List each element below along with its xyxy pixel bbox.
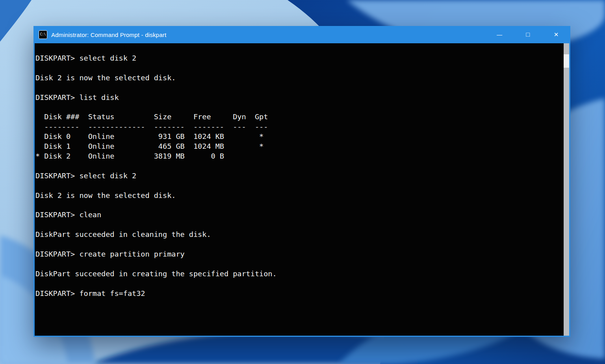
titlebar[interactable]: C:\ Administrator: Command Prompt - disk… <box>33 26 570 43</box>
close-button[interactable]: ✕ <box>542 26 570 43</box>
disk-table-row: Disk 1 Online 465 GB 1024 MB * <box>35 142 557 152</box>
window-controls: — □ ✕ <box>485 26 570 43</box>
terminal-line <box>35 259 557 269</box>
terminal-line: DiskPart succeeded in creating the speci… <box>35 269 557 279</box>
terminal-line: DISKPART> format fs=fat32 <box>35 289 557 299</box>
terminal-line: DISKPART> list disk <box>35 93 557 103</box>
terminal-line: DISKPART> create partition primary <box>35 249 557 259</box>
disk-table-header: Disk ### Status Size Free Dyn Gpt <box>35 112 557 122</box>
maximize-button[interactable]: □ <box>514 26 542 43</box>
terminal-line <box>35 240 557 249</box>
terminal-output[interactable]: DISKPART> select disk 2 Disk 2 is now th… <box>33 43 570 337</box>
terminal-line: Disk 2 is now the selected disk. <box>35 73 557 83</box>
disk-table-row: Disk 0 Online 931 GB 1024 KB * <box>35 132 557 142</box>
terminal-line: DISKPART> clean <box>35 210 557 220</box>
cmd-icon[interactable]: C:\ <box>39 30 47 39</box>
terminal-line <box>35 103 557 113</box>
terminal-line: Disk 2 is now the selected disk. <box>35 191 557 201</box>
terminal-line: DISKPART> select disk 2 <box>35 171 557 181</box>
vertical-scrollbar[interactable] <box>564 43 569 336</box>
terminal-line: DISKPART> select disk 2 <box>35 54 557 63</box>
terminal-line <box>35 201 557 211</box>
terminal-line <box>35 161 557 171</box>
command-prompt-window: C:\ Administrator: Command Prompt - disk… <box>33 26 570 337</box>
terminal-line <box>35 83 557 93</box>
terminal-line <box>35 220 557 230</box>
minimize-button[interactable]: — <box>485 26 514 43</box>
scrollbar-thumb[interactable] <box>564 54 569 68</box>
disk-table-row: * Disk 2 Online 3819 MB 0 B <box>35 152 557 161</box>
disk-table-separator: -------- ------------- ------- ------- -… <box>35 122 557 132</box>
terminal-line: DiskPart succeeded in cleaning the disk. <box>35 230 557 240</box>
terminal-line <box>35 181 557 191</box>
desktop: C:\ Administrator: Command Prompt - disk… <box>0 0 605 364</box>
terminal-line <box>35 279 557 289</box>
terminal-line <box>35 63 557 73</box>
window-title: Administrator: Command Prompt - diskpart <box>51 31 166 38</box>
terminal-lines: DISKPART> select disk 2 Disk 2 is now th… <box>35 43 569 299</box>
